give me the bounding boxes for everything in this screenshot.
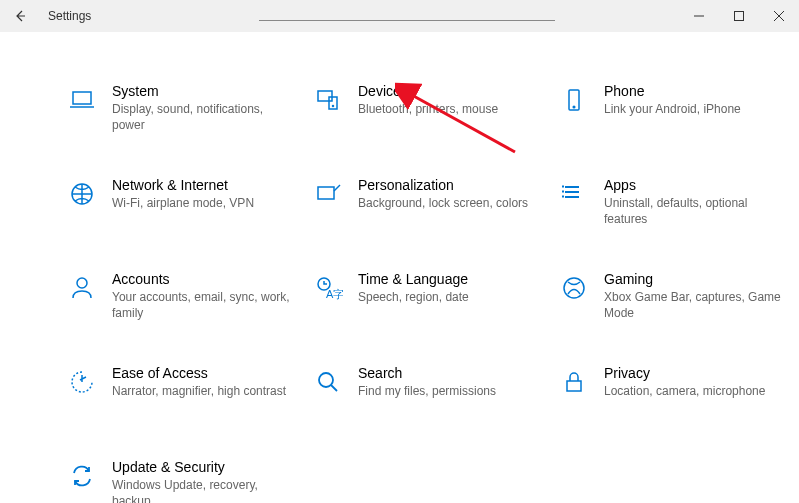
tile-gaming[interactable]: Gaming Xbox Game Bar, captures, Game Mod… <box>552 260 792 354</box>
devices-icon <box>312 84 344 116</box>
search-icon <box>312 366 344 398</box>
tile-desc: Background, lock screen, colors <box>358 196 540 212</box>
back-button[interactable] <box>0 0 40 32</box>
minimize-icon <box>694 11 704 21</box>
tile-title: Search <box>358 364 540 382</box>
paintbrush-icon <box>312 178 344 210</box>
minimize-button[interactable] <box>679 0 719 32</box>
tile-desc: Your accounts, email, sync, work, family <box>112 290 294 321</box>
tile-accounts[interactable]: Accounts Your accounts, email, sync, wor… <box>60 260 300 354</box>
tile-title: Privacy <box>604 364 786 382</box>
tile-title: System <box>112 82 294 100</box>
tile-personalization[interactable]: Personalization Background, lock screen,… <box>306 166 546 260</box>
tile-desc: Find my files, permissions <box>358 384 540 400</box>
sync-icon <box>66 460 98 492</box>
search-input[interactable] <box>259 20 555 21</box>
svg-point-12 <box>77 278 87 288</box>
tile-title: Gaming <box>604 270 786 288</box>
tile-title: Devices <box>358 82 540 100</box>
arrow-left-icon <box>12 8 28 24</box>
tile-phone[interactable]: Phone Link your Android, iPhone <box>552 72 792 166</box>
tile-title: Apps <box>604 176 786 194</box>
tile-network[interactable]: Network & Internet Wi-Fi, airplane mode,… <box>60 166 300 260</box>
tile-ease-of-access[interactable]: Ease of Access Narrator, magnifier, high… <box>60 354 300 448</box>
tile-system[interactable]: System Display, sound, notifications, po… <box>60 72 300 166</box>
svg-rect-8 <box>318 187 334 199</box>
tile-desc: Wi-Fi, airplane mode, VPN <box>112 196 294 212</box>
tile-title: Update & Security <box>112 458 294 476</box>
svg-point-4 <box>333 106 334 107</box>
xbox-icon <box>558 272 590 304</box>
tile-privacy[interactable]: Privacy Location, camera, microphone <box>552 354 792 448</box>
tile-desc: Xbox Game Bar, captures, Game Mode <box>604 290 786 321</box>
tile-title: Time & Language <box>358 270 540 288</box>
tile-desc: Display, sound, notifications, power <box>112 102 294 133</box>
svg-rect-0 <box>735 12 744 21</box>
tile-desc: Link your Android, iPhone <box>604 102 786 118</box>
window-title: Settings <box>48 9 91 23</box>
close-icon <box>774 11 784 21</box>
tile-title: Accounts <box>112 270 294 288</box>
tile-apps[interactable]: Apps Uninstall, defaults, optional featu… <box>552 166 792 260</box>
svg-rect-10 <box>562 191 564 193</box>
svg-text:A字: A字 <box>326 288 343 300</box>
tile-desc: Uninstall, defaults, optional features <box>604 196 786 227</box>
lock-icon <box>558 366 590 398</box>
settings-grid: System Display, sound, notifications, po… <box>60 72 759 503</box>
close-button[interactable] <box>759 0 799 32</box>
person-icon <box>66 272 98 304</box>
laptop-icon <box>66 84 98 116</box>
titlebar: Settings <box>0 0 799 32</box>
svg-rect-17 <box>567 381 581 391</box>
tile-title: Network & Internet <box>112 176 294 194</box>
tile-desc: Windows Update, recovery, backup <box>112 478 294 503</box>
maximize-icon <box>734 11 744 21</box>
tile-time-language[interactable]: A字 Time & Language Speech, region, date <box>306 260 546 354</box>
tile-title: Phone <box>604 82 786 100</box>
apps-icon <box>558 178 590 210</box>
svg-point-15 <box>564 278 584 298</box>
svg-point-6 <box>573 106 575 108</box>
tile-search[interactable]: Search Find my files, permissions <box>306 354 546 448</box>
svg-rect-2 <box>318 91 332 101</box>
tile-desc: Bluetooth, printers, mouse <box>358 102 540 118</box>
time-language-icon: A字 <box>312 272 344 304</box>
tile-title: Ease of Access <box>112 364 294 382</box>
tile-devices[interactable]: Devices Bluetooth, printers, mouse <box>306 72 546 166</box>
tile-desc: Narrator, magnifier, high contrast <box>112 384 294 400</box>
globe-icon <box>66 178 98 210</box>
window-controls <box>679 0 799 32</box>
svg-point-16 <box>319 373 333 387</box>
accessibility-icon <box>66 366 98 398</box>
tile-title: Personalization <box>358 176 540 194</box>
svg-rect-1 <box>73 92 91 104</box>
tile-desc: Speech, region, date <box>358 290 540 306</box>
maximize-button[interactable] <box>719 0 759 32</box>
tile-update-security[interactable]: Update & Security Windows Update, recove… <box>60 448 300 503</box>
svg-rect-11 <box>562 196 564 198</box>
svg-rect-9 <box>562 186 564 188</box>
tile-desc: Location, camera, microphone <box>604 384 786 400</box>
phone-icon <box>558 84 590 116</box>
